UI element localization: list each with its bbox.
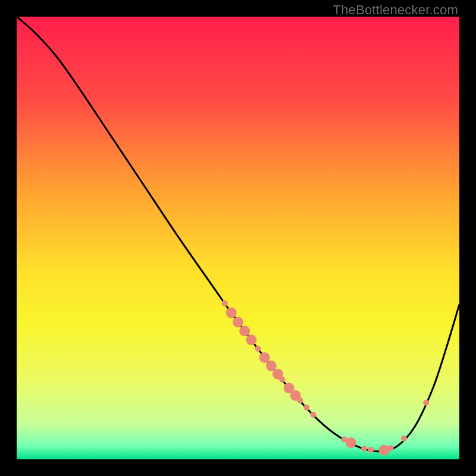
curve-marker xyxy=(266,361,277,371)
curve-marker xyxy=(401,436,407,441)
gradient-background xyxy=(17,17,459,459)
curve-marker xyxy=(310,412,316,418)
curve-marker xyxy=(239,325,250,336)
curve-marker xyxy=(233,317,243,327)
curve-marker xyxy=(361,446,367,452)
chart-svg xyxy=(17,17,459,459)
curve-marker xyxy=(297,397,303,403)
curve-marker xyxy=(226,308,237,318)
curve-marker xyxy=(423,400,429,406)
curve-marker xyxy=(246,334,256,345)
curve-marker xyxy=(259,352,270,363)
curve-marker xyxy=(222,300,228,306)
chart-frame xyxy=(17,17,459,459)
watermark-text: TheBottlenecker.com xyxy=(333,2,458,18)
curve-marker xyxy=(388,445,394,451)
curve-marker xyxy=(368,447,374,453)
curve-marker xyxy=(255,346,261,352)
curve-marker xyxy=(379,444,390,455)
curve-marker xyxy=(279,377,285,383)
curve-marker xyxy=(346,437,356,448)
curve-marker xyxy=(303,405,309,411)
